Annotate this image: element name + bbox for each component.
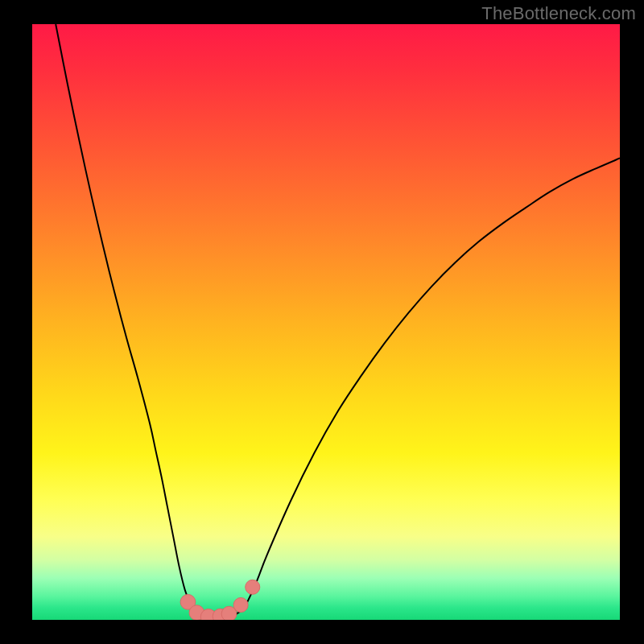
curve-marker [246,580,260,594]
curve-layer [32,24,620,620]
bottleneck-curve [56,24,620,617]
watermark-text: TheBottleneck.com [481,3,636,24]
chart-frame: TheBottleneck.com [0,0,644,644]
plot-area [32,24,620,620]
curve-marker [233,597,248,612]
